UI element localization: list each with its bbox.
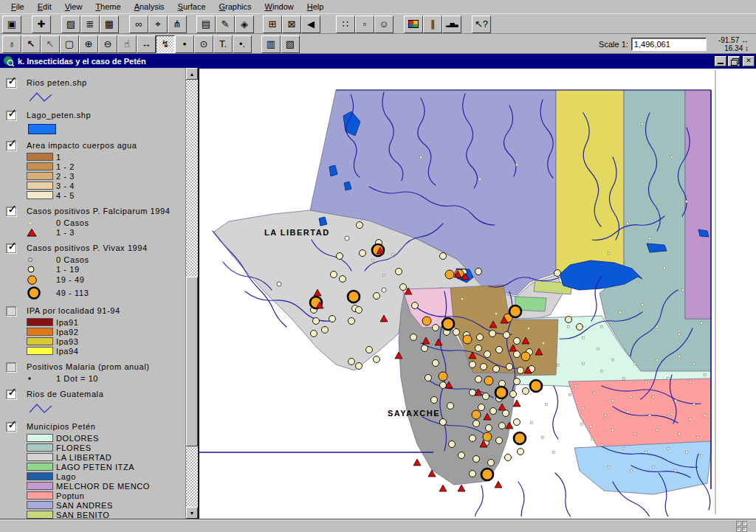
clear-selection-button[interactable]: ▫ [355,15,374,33]
callout-label-icon: ⊙ [200,39,208,49]
theme-checkbox-unchecked[interactable] [6,362,16,372]
status-bar [0,519,756,532]
add-theme-button[interactable]: ✚ [32,15,51,33]
vertex-edit-button[interactable]: ↖ [41,35,60,53]
menu-graphics[interactable]: Graphics [213,1,258,13]
locate-button[interactable]: ⌖ [148,15,168,33]
map-canvas[interactable]: LA LIBERTADSAYAXCHE [199,69,752,517]
legend-class-row: LA LIBERTAD [27,452,185,462]
select-features-button[interactable]: ∷ [336,15,355,33]
theme-name[interactable]: Casos positivos P. Vivax 1994 [27,243,148,252]
scrollbar-track[interactable] [186,80,198,507]
query-builder-button[interactable]: ⋔ [168,15,187,33]
theme-checkbox-checked[interactable] [6,78,16,88]
theme-properties-button[interactable]: ▨ [61,15,80,33]
theme-checkbox-checked[interactable] [6,422,16,432]
measure-button[interactable]: ↔ [137,35,156,53]
theme-checkbox-checked[interactable] [6,207,16,216]
theme-name[interactable]: Municipios Petén [27,422,95,431]
class-symbol [27,511,56,519]
legend-editor-button[interactable] [404,15,423,33]
class-label: FLORES [56,443,92,452]
theme-checkbox-unchecked[interactable] [6,306,16,316]
zero-cases-dot [690,418,692,421]
theme-name[interactable]: Rios peten.shp [27,78,87,87]
scroll-up-button[interactable]: ▲ [186,68,198,80]
edit-legend-button[interactable]: ≣ [80,15,100,33]
theme-checkbox-checked[interactable] [6,111,16,120]
legend-scrollbar[interactable]: ▲ ▼ [185,68,198,519]
open-theme-table-button[interactable]: ▦ [100,15,119,33]
theme-name[interactable]: Lago_peten.shp [27,111,91,120]
area-of-interest-button[interactable]: ▧ [281,35,300,53]
zoom-out-button[interactable]: ⊖ [98,35,117,53]
hatch-fill-button[interactable]: ∥ [423,15,442,33]
zoom-to-active-theme-button[interactable]: ⊠ [282,15,301,33]
zero-cases-dot [627,411,629,413]
draw-point-button[interactable]: •. [233,35,252,53]
vivax-19-49 [463,335,472,344]
class-symbol [27,491,56,500]
select-all-button[interactable]: ◈ [235,15,254,33]
zero-cases-circle [345,236,349,241]
help-button[interactable]: ↖? [472,15,491,33]
pan-button[interactable]: ☝ [117,35,137,53]
select-features-icon: ∷ [343,19,348,29]
callout-label-button[interactable]: ⊙ [194,35,213,53]
menu-theme[interactable]: Theme [89,1,127,13]
vivax-1-19 [433,360,439,367]
legend-class-row: SAN ANDRES [27,500,185,510]
menu-view[interactable]: View [58,1,89,13]
theme-name[interactable]: Casos positivos P. Falciparum 1994 [27,207,170,215]
save-project-button[interactable]: ▣ [2,15,21,33]
resize-grip-icon[interactable] [736,521,749,532]
vivax-1-19 [488,460,495,466]
close-button[interactable]: ✕ [743,56,755,66]
legend-class-row: Ipa93 [27,336,185,346]
pointer-button[interactable]: ↖ [21,35,41,53]
menu-analysis[interactable]: Analysis [128,1,171,13]
menu-window[interactable]: Window [258,1,300,13]
vivax-1-19 [348,359,355,365]
histogram-icon: ▂▅▃ [446,21,457,27]
theme-name[interactable]: Area impacto cuerpos agua [27,141,137,150]
menu-help[interactable]: Help [300,1,331,13]
hotlink-button[interactable]: ↯ [156,35,175,53]
menu-edit[interactable]: Edit [31,1,58,13]
zero-cases-dot [612,429,614,432]
find-button[interactable]: ∞ [129,15,148,33]
label-button[interactable]: ▪ [175,35,194,53]
vivax-1-19 [490,408,497,415]
edit-graphics-button[interactable]: ✎ [216,15,235,33]
zero-cases-dot [690,381,692,384]
theme-checkbox-checked[interactable] [6,390,16,399]
theme-checkbox-checked[interactable] [6,141,16,151]
zero-cases-dot [601,444,603,446]
zero-cases-dot [671,156,673,159]
theme-name[interactable]: Rios de Guatemala [27,390,103,398]
theme-name[interactable]: Positivos Malaria (prom anual) [27,362,150,371]
theme-checkbox-checked[interactable] [6,243,16,253]
vivax-1-19 [473,456,480,463]
histogram-button[interactable]: ▂▅▃ [442,15,461,33]
restore-button[interactable] [728,56,740,66]
text-button[interactable]: T. [213,35,233,53]
scale-input[interactable] [631,38,707,51]
zoom-in-button[interactable]: ⊕ [79,35,98,53]
select-feature-button[interactable]: ▢ [60,35,79,53]
theme-name[interactable]: IPA por localidad 91-94 [27,306,120,315]
zero-cases-dot [623,448,625,450]
theme-person-button[interactable]: ☺ [374,15,394,33]
zoom-to-full-extent-button[interactable]: ⊞ [263,15,282,33]
copy-themes-button[interactable]: ▤ [196,15,216,33]
zoom-to-previous-button[interactable]: ◀ [301,15,320,33]
identify-button[interactable]: ♁ [2,35,21,53]
zero-cases-dot [656,429,659,432]
scrollbar-thumb[interactable] [186,277,198,446]
menu-file[interactable]: File [4,1,31,13]
menu-surface[interactable]: Surface [171,1,213,13]
restore-icon [731,58,738,64]
scroll-down-button[interactable]: ▼ [186,507,198,519]
minimize-button[interactable] [715,56,726,66]
draw-shape-button[interactable]: ▥ [261,35,281,53]
